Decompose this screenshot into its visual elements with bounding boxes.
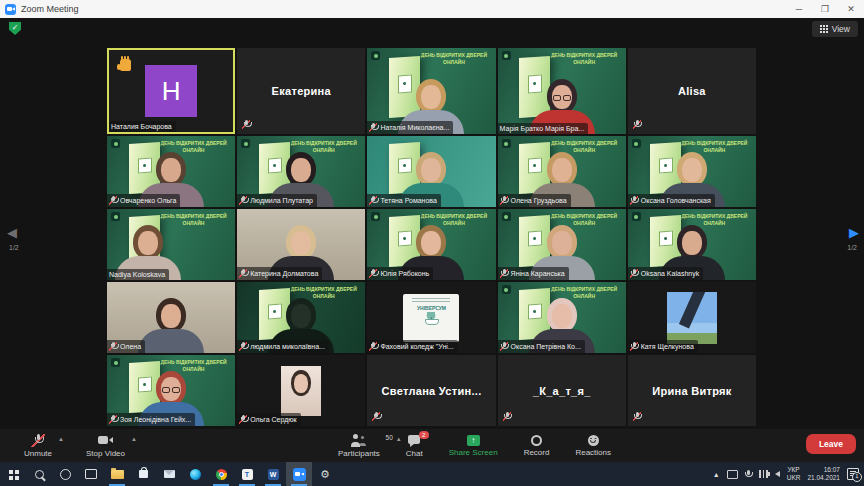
windows-logo-icon [9,470,13,474]
participant-tile[interactable]: _К_а_т_я_ [498,355,626,426]
chevron-up-icon[interactable]: ▲ [58,436,64,442]
participant-tile[interactable]: ДЕНЬ ВІДКРИТИХ ДВЕРЕЙ ОНЛАЙН Олена Грузд… [498,136,626,207]
avatar-photo [667,292,717,344]
unmute-button[interactable]: ▲ Unmute [24,434,52,458]
participant-tile[interactable]: ДЕНЬ ВІДКРИТИХ ДВЕРЕЙ ОНЛАЙН Зоя Леоніді… [107,355,235,426]
tray-expand-icon[interactable]: ▲ [713,471,720,478]
language-indicator[interactable]: УКР UKR [787,466,801,482]
participant-tile[interactable]: Ольга Сердюк [237,355,365,426]
store-bag-icon [139,470,148,478]
prev-page-arrow[interactable]: ◀ [7,226,17,239]
participant-tile[interactable]: ДЕНЬ ВІДКРИТИХ ДВЕРЕЙ ОНЛАЙН людмила мик… [237,282,365,353]
tray-volume-icon[interactable] [775,471,780,477]
logo-title: УНІВЕРСУМ [417,305,446,311]
chevron-up-icon[interactable]: ▲ [396,436,402,442]
uni-logo-icon [502,212,511,221]
record-label: Record [524,448,550,457]
participant-tile[interactable]: ДЕНЬ ВІДКРИТИХ ДВЕРЕЙ ОНЛАЙН Юлія Рябоко… [367,209,495,280]
participant-name: Ирина Витряк [652,385,731,397]
uni-logo-icon [241,139,250,148]
participant-tile[interactable]: Тетяна Романова [367,136,495,207]
settings-button[interactable]: ⚙ [312,462,338,486]
chat-button[interactable]: 2 Chat [406,434,423,458]
stop-video-label: Stop Video [86,449,125,458]
participant-tile[interactable]: Светлана Устин... [367,355,495,426]
muted-mic-icon [239,269,247,278]
participant-tile[interactable]: ДЕНЬ ВІДКРИТИХ ДВЕРЕЙ ОНЛАЙН Овчаренко О… [107,136,235,207]
virtual-bg-text: ДЕНЬ ВІДКРИТИХ ДВЕРЕЙ ОНЛАЙН [416,52,492,65]
stop-video-button[interactable]: ▲ Stop Video [86,434,125,458]
taskbar-search-button[interactable] [26,462,52,486]
tray-mic-icon[interactable] [745,470,752,479]
chevron-up-icon[interactable]: ▲ [131,436,137,442]
uni-logo-icon [111,212,120,221]
mail-button[interactable] [156,462,182,486]
participant-name: Наталия Бочарова [111,123,172,130]
view-button[interactable]: View [812,21,858,37]
muted-mic-icon [372,412,380,421]
store-button[interactable] [130,462,156,486]
tr-app-button[interactable]: Т [234,462,260,486]
next-page-arrow[interactable]: ▶ [849,226,859,239]
participant-tile[interactable]: ДЕНЬ ВІДКРИТИХ ДВЕРЕЙ ОНЛАЙН Nadiya Kolo… [107,209,235,280]
participant-tile[interactable]: ДЕНЬ ВІДКРИТИХ ДВЕРЕЙ ОНЛАЙН Наталія Мик… [367,48,495,134]
participant-tile[interactable]: Ирина Витряк [628,355,756,426]
participant-tile[interactable]: ДЕНЬ ВІДКРИТИХ ДВЕРЕЙ ОНЛАЙН Oksana Kala… [628,209,756,280]
tray-display-icon[interactable] [727,470,738,479]
participant-name: Alisa [678,85,706,97]
security-shield-icon[interactable]: ✓ [9,22,21,35]
folder-icon [111,470,124,479]
share-screen-button[interactable]: ↑ Share Screen [449,434,498,457]
chrome-icon [216,469,227,480]
participant-tile[interactable]: ДЕНЬ ВІДКРИТИХ ДВЕРЕЙ ОНЛАЙН Оксана Петр… [498,282,626,353]
participant-tile[interactable]: ДЕНЬ ВІДКРИТИХ ДВЕРЕЙ ОНЛАЙН Марія Братк… [498,48,626,134]
file-explorer-button[interactable] [104,462,130,486]
windows-taskbar: Т W ⚙ ▲ УКР UKR 16:07 21.04.2021 1 [0,462,864,486]
edge-button[interactable] [182,462,208,486]
participant-tile[interactable]: Олена [107,282,235,353]
close-button[interactable]: ✕ [838,0,864,18]
participant-tile[interactable]: ДЕНЬ ВІДКРИТИХ ДВЕРЕЙ ОНЛАЙН Людмила Плу… [237,136,365,207]
minimize-button[interactable]: ─ [786,0,812,18]
participant-name: Ольга Сердюк [250,416,296,423]
participant-name: Оксана Головчанская [641,197,711,204]
leave-button[interactable]: Leave [806,434,856,454]
muted-mic-icon [239,196,247,205]
tree-book-icon [423,312,439,321]
notification-center-icon[interactable]: 1 [847,468,859,480]
uni-logo-icon [371,212,380,221]
muted-mic-icon [633,412,641,421]
record-button[interactable]: Record [524,434,550,457]
taskbar-clock[interactable]: 16:07 21.04.2021 [807,466,840,482]
language-top: УКР [787,466,801,474]
meeting-area: ✓ View ◀ 1/2 ▶ 1/2 H Наталия Бочарова Ек… [0,18,864,462]
participant-tile[interactable]: ДЕНЬ ВІДКРИТИХ ДВЕРЕЙ ОНЛАЙН Оксана Голо… [628,136,756,207]
zoom-app-icon [5,4,16,15]
zoom-camera-icon [293,468,306,481]
reactions-button[interactable]: Reactions [575,434,611,457]
language-bottom: UKR [787,474,801,482]
word-icon: W [268,469,279,480]
cortana-button[interactable] [52,462,78,486]
uni-logo-icon [111,358,120,367]
maximize-button[interactable]: ❐ [812,0,838,18]
chrome-button[interactable] [208,462,234,486]
gear-icon: ⚙ [320,469,330,480]
participant-tile[interactable]: Катя Щелкунова [628,282,756,353]
muted-mic-icon [369,123,377,132]
participant-tile[interactable]: Alisa [628,48,756,134]
word-button[interactable]: W [260,462,286,486]
start-button[interactable] [0,462,26,486]
task-view-button[interactable] [78,462,104,486]
logo-text-lines [412,298,450,303]
zoom-taskbar-button[interactable] [286,462,312,486]
participants-button[interactable]: 50 ▲ Participants [338,434,380,458]
participant-tile[interactable]: H Наталия Бочарова [107,48,235,134]
participant-tile[interactable]: Катерина Долматова [237,209,365,280]
participant-tile[interactable]: ДЕНЬ ВІДКРИТИХ ДВЕРЕЙ ОНЛАЙН Яніна Каран… [498,209,626,280]
participant-tile[interactable]: УНІВЕРСУМ Фаховий коледж "Уні... [367,282,495,353]
muted-mic-icon [630,342,638,351]
uni-logo-icon [502,139,511,148]
participant-tile[interactable]: Екатерина [237,48,365,134]
page-indicator-right: 1/2 [847,244,857,251]
